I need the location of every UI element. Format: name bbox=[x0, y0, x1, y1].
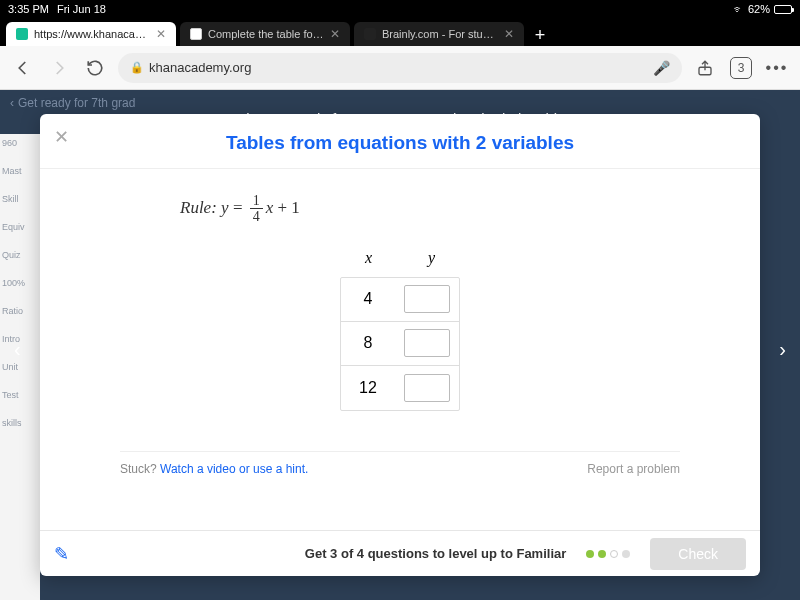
favicon-google-icon bbox=[190, 28, 202, 40]
tab-close-icon[interactable]: ✕ bbox=[504, 27, 514, 41]
x-value: 8 bbox=[341, 334, 395, 352]
tabs-button[interactable]: 3 bbox=[728, 55, 754, 81]
browser-toolbar: 🔒 khanacademy.org 🎤 3 ••• bbox=[0, 46, 800, 90]
table-row: 4 bbox=[341, 278, 459, 322]
rule-equation: Rule: y = 14x + 1 bbox=[180, 193, 680, 225]
tab-title: https://www.khanacaden bbox=[34, 28, 150, 40]
tab-google[interactable]: Complete the table for th ✕ bbox=[180, 22, 350, 46]
back-button[interactable] bbox=[10, 55, 36, 81]
header-x: x bbox=[365, 249, 372, 267]
url-text: khanacademy.org bbox=[149, 60, 251, 75]
exercise-body: Rule: y = 14x + 1 x y 4 8 bbox=[40, 169, 760, 530]
tab-close-icon[interactable]: ✕ bbox=[330, 27, 340, 41]
progress-dot-icon bbox=[598, 550, 606, 558]
progress-dot-icon bbox=[610, 550, 618, 558]
x-value: 12 bbox=[341, 379, 395, 397]
progress-dots bbox=[586, 550, 630, 558]
tab-brainly[interactable]: Brainly.com - For studen ✕ bbox=[354, 22, 524, 46]
battery-icon bbox=[774, 5, 792, 14]
reload-button[interactable] bbox=[82, 55, 108, 81]
progress-dot-icon bbox=[622, 550, 630, 558]
report-problem-link[interactable]: Report a problem bbox=[587, 462, 680, 476]
check-button[interactable]: Check bbox=[650, 538, 746, 570]
wifi-icon: ᯤ bbox=[733, 3, 744, 15]
table-row: 12 bbox=[341, 366, 459, 410]
tabs-count: 3 bbox=[730, 57, 752, 79]
share-button[interactable] bbox=[692, 55, 718, 81]
progress-dot-icon bbox=[586, 550, 594, 558]
progress-text: Get 3 of 4 questions to level up to Fami… bbox=[305, 546, 567, 561]
status-bar: 3:35 PM Fri Jun 18 ᯤ 62% bbox=[0, 0, 800, 18]
favicon-khan-icon bbox=[16, 28, 28, 40]
y-input-3[interactable] bbox=[404, 374, 450, 402]
y-input-2[interactable] bbox=[404, 329, 450, 357]
mic-icon[interactable]: 🎤 bbox=[653, 60, 670, 76]
tab-title: Complete the table for th bbox=[208, 28, 324, 40]
hint-link[interactable]: Watch a video or use a hint. bbox=[160, 462, 308, 476]
stuck-label: Stuck? bbox=[120, 462, 160, 476]
tab-close-icon[interactable]: ✕ bbox=[156, 27, 166, 41]
table-headers: x y bbox=[340, 249, 460, 267]
streak-icon[interactable]: ✎ bbox=[54, 543, 69, 565]
lock-icon: 🔒 bbox=[130, 61, 144, 74]
tab-title: Brainly.com - For studen bbox=[382, 28, 498, 40]
browser-tab-strip: https://www.khanacaden ✕ Complete the ta… bbox=[0, 18, 800, 46]
tab-khanacademy[interactable]: https://www.khanacaden ✕ bbox=[6, 22, 176, 46]
exercise-modal: ✕ Tables from equations with 2 variables… bbox=[40, 114, 760, 576]
table-row: 8 bbox=[341, 322, 459, 366]
header-y: y bbox=[428, 249, 435, 267]
hint-row: Stuck? Watch a video or use a hint. Repo… bbox=[120, 451, 680, 476]
forward-button[interactable] bbox=[46, 55, 72, 81]
xy-table: 4 8 12 bbox=[340, 277, 460, 411]
exercise-footer: ✎ Get 3 of 4 questions to level up to Fa… bbox=[40, 530, 760, 576]
more-button[interactable]: ••• bbox=[764, 55, 790, 81]
new-tab-button[interactable]: + bbox=[528, 25, 552, 46]
prev-question-button[interactable]: ‹ bbox=[6, 330, 29, 369]
exercise-title: Tables from equations with 2 variables bbox=[40, 114, 760, 169]
close-modal-button[interactable]: ✕ bbox=[54, 126, 69, 148]
next-question-button[interactable]: › bbox=[771, 330, 794, 369]
status-date: Fri Jun 18 bbox=[57, 3, 106, 15]
breadcrumb[interactable]: ‹ Get ready for 7th grad bbox=[0, 90, 800, 112]
x-value: 4 bbox=[341, 290, 395, 308]
page-background: ‹ Get ready for 7th grad Unit: Get ready… bbox=[0, 90, 800, 600]
status-time: 3:35 PM bbox=[8, 3, 49, 15]
address-bar[interactable]: 🔒 khanacademy.org 🎤 bbox=[118, 53, 682, 83]
battery-percent: 62% bbox=[748, 3, 770, 15]
favicon-brainly-icon bbox=[364, 28, 376, 40]
y-input-1[interactable] bbox=[404, 285, 450, 313]
